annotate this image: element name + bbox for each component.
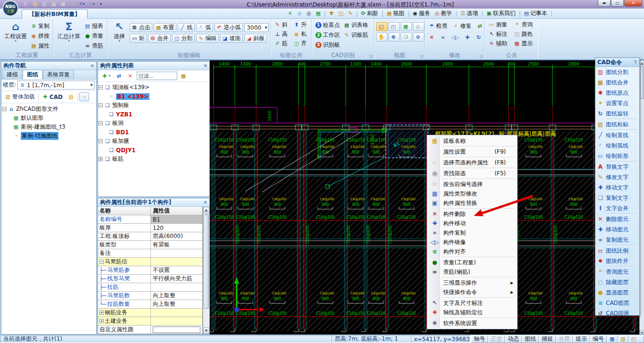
copy-project-button[interactable]: ≋复制 bbox=[29, 22, 51, 31]
menu-item[interactable]: ↖文字及尺寸标注 bbox=[428, 298, 516, 308]
palette-item[interactable]: ⚎图纸比例 bbox=[595, 245, 639, 256]
draw-common-button[interactable]: ✎斜 bbox=[272, 20, 291, 29]
common-button[interactable]: ▭测量 bbox=[487, 20, 511, 29]
draw-tool-button[interactable]: ◢斜板 bbox=[244, 34, 267, 43]
selected-slab[interactable] bbox=[386, 125, 428, 158]
check-rebar-button[interactable]: ∞查筋 bbox=[83, 41, 105, 50]
menu-item[interactable]: ▣构件属性替换 bbox=[428, 198, 516, 208]
palette-item[interactable]: A替换文字 bbox=[595, 162, 639, 172]
add-component-button[interactable]: ✚▾ bbox=[99, 72, 113, 81]
palette-item[interactable]: ●显选图层 bbox=[595, 287, 639, 298]
component-group[interactable]: −❏预制板 bbox=[99, 101, 209, 110]
palette-item[interactable]: ↺CAD回退 bbox=[595, 308, 639, 316]
collapse-icon[interactable]: − bbox=[99, 121, 103, 125]
collapse-icon[interactable]: − bbox=[99, 260, 104, 264]
folder-add-button[interactable]: ▨ bbox=[66, 92, 76, 101]
property-row[interactable]: 板厚120 bbox=[98, 224, 202, 232]
property-row[interactable]: ├─线形马凳平行横向受力筋 bbox=[98, 275, 202, 283]
menu-item[interactable]: ✕构件删除 bbox=[428, 209, 516, 219]
menubar-item[interactable]: ☰选项 bbox=[459, 9, 480, 18]
nav-tab[interactable]: 图纸 bbox=[23, 70, 42, 79]
component-item[interactable]: ❏YZB1 bbox=[99, 110, 209, 119]
palette-item[interactable]: ✕删除图元 bbox=[595, 214, 639, 224]
component-group[interactable]: −❏板加腋 bbox=[99, 137, 209, 146]
view-button[interactable]: ◰ bbox=[388, 22, 400, 31]
draw-tool-button[interactable]: ✎编辑 bbox=[196, 34, 219, 43]
draw-tool-button[interactable]: ⊞合并 bbox=[148, 34, 171, 43]
select-button[interactable]: ↖ 选择 ▾ bbox=[109, 20, 130, 43]
collapse-icon[interactable]: − bbox=[99, 139, 103, 143]
palette-item[interactable]: ∝复制图元 bbox=[595, 235, 639, 245]
common-button[interactable]: ◫颜色 bbox=[512, 30, 537, 39]
view-button[interactable]: ⊕ bbox=[388, 33, 400, 41]
check-button[interactable]: ☂检查 bbox=[427, 22, 449, 31]
draw-common-button[interactable]: ⬆升 bbox=[292, 20, 310, 29]
project-settings-button[interactable]: ⌂ 工程设置 ▾ bbox=[2, 20, 29, 43]
palette-item[interactable]: ✚移动图元 bbox=[595, 224, 639, 235]
menubar-item[interactable]: ▤记事本 bbox=[522, 9, 549, 18]
property-row[interactable]: −马凳筋信 bbox=[98, 258, 202, 266]
palette-item[interactable]: ▦图纸合并 bbox=[595, 77, 639, 88]
floor-dropdown[interactable]: ≋ 1 [1,7m,-1m] ▼ bbox=[17, 81, 95, 90]
tree-item[interactable]: ▦ 案例-建施图纸_t3 bbox=[2, 122, 95, 131]
menubar-item[interactable]: ▦视图 bbox=[385, 9, 406, 18]
menu-item[interactable]: ✚轴线及辅助定位 bbox=[428, 308, 516, 317]
component-group[interactable]: +❏板筋 bbox=[99, 155, 209, 163]
collapse-icon[interactable]: − bbox=[99, 103, 103, 107]
form-icon[interactable]: ▦ bbox=[314, 10, 322, 16]
menu-item[interactable]: ●查量(工程量) bbox=[428, 258, 516, 267]
property-row[interactable]: 备注 bbox=[98, 249, 202, 258]
view-button[interactable]: ▦ bbox=[401, 22, 412, 31]
status-toggle[interactable]: 轴号 bbox=[471, 335, 488, 343]
palette-item[interactable]: I文字合并 bbox=[595, 203, 639, 213]
layout-button[interactable]: ◰ bbox=[628, 335, 644, 343]
property-row[interactable]: ├─马凳筋参不设置 bbox=[98, 266, 202, 275]
report-icon[interactable]: ▤ bbox=[50, 0, 58, 8]
property-row[interactable]: └─拉筋数量向上取整 bbox=[98, 300, 202, 309]
component-group[interactable]: −❏现浇板<139> bbox=[99, 83, 209, 92]
main-module-tab[interactable]: 【新标杆BIM算量】 bbox=[22, 9, 88, 19]
common-button[interactable]: ↖标注 bbox=[487, 30, 511, 39]
plus100-icon[interactable]: ⊹ bbox=[295, 10, 304, 16]
nav-tab[interactable]: 表格算量 bbox=[43, 70, 74, 79]
expand-icon[interactable]: + bbox=[99, 157, 103, 161]
expand-icon[interactable]: + bbox=[99, 319, 104, 323]
draw-tool-button[interactable]: ↶逆小弧 bbox=[215, 23, 243, 32]
splice-button[interactable]: ◉拼接 bbox=[29, 32, 51, 41]
report-button[interactable]: ▤报表 bbox=[83, 22, 105, 31]
modify-button[interactable]: ∝ bbox=[438, 33, 448, 42]
menu-item[interactable]: ☞选择亮选构件属性(F8) bbox=[428, 158, 516, 167]
menu-item[interactable]: ◎查找筛选(F5) bbox=[428, 169, 516, 178]
dialog-launcher-icon[interactable]: ◲ bbox=[479, 54, 483, 58]
palette-item[interactable]: ▭绘制矩形 bbox=[595, 151, 639, 161]
delete-component-button[interactable]: ✕ bbox=[125, 72, 135, 81]
property-row[interactable]: ├─马凳筋数向上取整 bbox=[98, 292, 202, 300]
menu-item[interactable]: ∝构件复制 bbox=[428, 228, 516, 237]
menu-item[interactable]: ▦属性类型修改 bbox=[428, 189, 516, 198]
palette-item[interactable]: ◜绘制弧线 bbox=[595, 140, 639, 151]
maximize-button[interactable]: ▢ bbox=[611, 0, 624, 7]
print-button[interactable]: ▥ bbox=[618, 335, 628, 343]
sync-button[interactable]: ⇄ bbox=[475, 22, 485, 31]
open-file-icon[interactable]: ▨ bbox=[31, 0, 39, 8]
palette-item[interactable]: ✚移动文字 bbox=[595, 182, 639, 193]
common-button[interactable]: ✛辅助 bbox=[487, 39, 511, 48]
scrollbar-thumb[interactable] bbox=[204, 214, 209, 309]
menu-item[interactable]: 快捷操作命令▶ bbox=[428, 287, 516, 297]
recognize-step-button[interactable]: 2工作区 bbox=[314, 31, 342, 40]
palette-item[interactable]: ▤图纸粘贴 bbox=[595, 119, 639, 130]
redo-icon[interactable]: ↷▾ bbox=[88, 0, 95, 8]
scrollbar-thumb[interactable] bbox=[640, 66, 644, 99]
view-button[interactable]: ⊙ bbox=[413, 33, 424, 41]
offset-combobox[interactable]: 3000▼ bbox=[244, 23, 269, 32]
table-icon[interactable]: ▦ bbox=[59, 0, 67, 8]
draw-common-button[interactable]: ⊥高 bbox=[272, 30, 291, 39]
property-row[interactable]: 板类型有梁板 bbox=[98, 241, 202, 249]
draw-tool-button[interactable]: ▭矩 bbox=[130, 34, 147, 43]
cad-drawing-area[interactable]: 1400140028004002700130014002600280026004… bbox=[210, 60, 639, 335]
ruler-icon[interactable]: ▭ bbox=[69, 0, 76, 8]
binoculars-icon[interactable]: ◎ bbox=[305, 10, 313, 16]
recognize-button[interactable]: ▦识表格 bbox=[342, 21, 370, 30]
draw-common-button[interactable]: ◉私 bbox=[292, 30, 310, 39]
recognize-button[interactable]: ✎识板筋 bbox=[342, 31, 370, 40]
